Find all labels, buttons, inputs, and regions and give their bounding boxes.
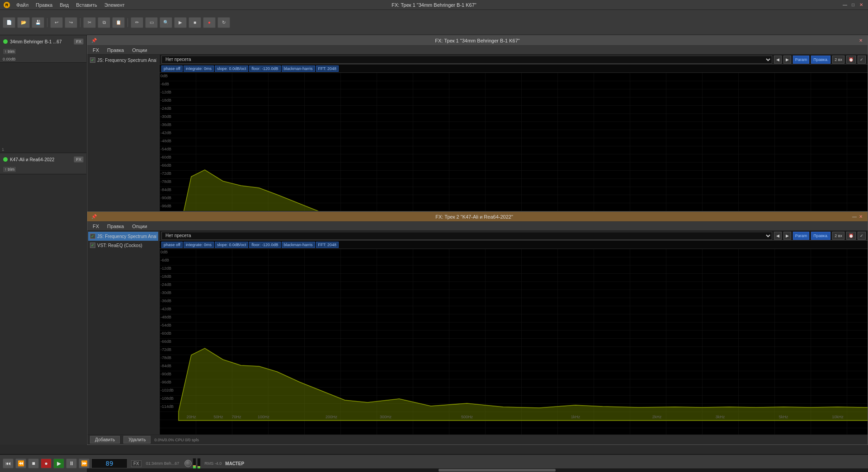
maximize-btn[interactable]: □ <box>850 2 856 8</box>
record-btn-toolbar[interactable]: ● <box>203 17 216 28</box>
param-btn-2[interactable]: Param <box>793 232 810 240</box>
minimize-btn[interactable]: — <box>842 2 848 8</box>
svg-text:-78dB: -78dB <box>160 179 171 184</box>
fx-menu-edit-1[interactable]: Правка <box>104 46 127 54</box>
clock-btn-2[interactable]: ⏰ <box>846 232 856 240</box>
cut-btn[interactable]: ✂ <box>83 17 96 28</box>
next-preset-btn-2[interactable]: ▶ <box>783 232 791 240</box>
fx-plugin-item-2-1[interactable]: ✓ JS: Frequency Spectrum Analyzer <box>88 232 158 241</box>
preset-dropdown-2[interactable]: Нет пресета <box>161 232 772 240</box>
daw-menu-file[interactable]: Файл <box>13 0 32 9</box>
track-fx-btn-2[interactable]: FX <box>74 156 84 163</box>
min-fx2-btn[interactable]: — <box>851 214 858 220</box>
copy-btn[interactable]: ⧉ <box>98 17 110 28</box>
main-scrollbar[interactable] <box>87 468 868 472</box>
fx-plugin-name-2-1: JS: Frequency Spectrum Analyzer <box>97 234 156 239</box>
fx-plugin-item-2-2[interactable]: ✓ VST: ReaEQ (Cockos) <box>88 241 158 250</box>
track-led-1[interactable] <box>3 39 8 44</box>
edit-btn-1[interactable]: Правка. <box>811 56 830 64</box>
stop-btn[interactable]: ■ <box>28 458 39 468</box>
main-layout: 34mm Behringer B-1 ...67 FX ↑ trim 0.00d… <box>0 35 868 445</box>
fft-param-2[interactable]: FFT: 2048 <box>316 242 339 248</box>
trim-btn-1[interactable]: ↑ trim <box>3 48 16 55</box>
close-btn[interactable]: ✕ <box>858 2 864 8</box>
record-btn[interactable]: ● <box>41 458 52 468</box>
check-btn-2[interactable]: ✓ <box>858 232 866 240</box>
integrate-param-1[interactable]: integrate: 0ms <box>184 65 214 72</box>
param-btn-1[interactable]: Param <box>793 56 810 64</box>
fx-menu-fx-2[interactable]: FX <box>89 222 103 230</box>
pin-icon-1[interactable]: 📌 <box>91 37 97 44</box>
pause-btn[interactable]: ⏸ <box>66 458 77 468</box>
scrollbar-thumb[interactable] <box>439 469 556 472</box>
fx-plugin-check-1-1[interactable]: ✓ <box>90 57 95 63</box>
fx-plugin-check-2-2[interactable]: ✓ <box>90 243 95 248</box>
fx-menu-opts-2[interactable]: Опции <box>128 222 151 230</box>
prev-preset-btn-1[interactable]: ◀ <box>774 56 782 64</box>
fx-menu-opts-1[interactable]: Опции <box>128 46 151 54</box>
stop-btn-toolbar[interactable]: ■ <box>189 17 201 28</box>
slope-param-1[interactable]: slope: 0.0dB/oct <box>215 65 249 72</box>
play-btn-toolbar[interactable]: ▶ <box>174 17 187 28</box>
slope-param-2[interactable]: slope: 0.0dB/oct <box>215 242 249 248</box>
master-knob[interactable] <box>184 460 192 467</box>
open-btn[interactable]: 📂 <box>17 17 30 28</box>
svg-text:70Hz: 70Hz <box>231 415 241 419</box>
svg-text:100Hz: 100Hz <box>258 415 270 419</box>
rewind-btn[interactable]: ⏪ <box>15 458 26 468</box>
pencil-btn[interactable]: ✏ <box>131 17 143 28</box>
svg-text:-108dB: -108dB <box>160 396 174 401</box>
skip-start-btn[interactable]: ⏮ <box>3 458 14 468</box>
del-btn-2[interactable]: Удалить <box>123 436 151 444</box>
add-btn-2[interactable]: Добавить <box>90 436 120 444</box>
edit-btn-2[interactable]: Правка. <box>811 232 830 240</box>
multi-btn-2[interactable]: 2 вх <box>832 232 844 240</box>
new-btn[interactable]: 📄 <box>3 17 15 28</box>
phase-param-2[interactable]: phase off <box>161 242 183 248</box>
check-btn-1[interactable]: ✓ <box>858 56 866 64</box>
fft-param-1[interactable]: FFT: 2048 <box>316 65 339 72</box>
fx-title-1: FX: Трек 1 "34mm Behringer B-1 K67" <box>97 38 858 43</box>
play-btn[interactable]: ▶ <box>53 458 64 468</box>
select-btn[interactable]: ▭ <box>145 17 158 28</box>
vu-meters <box>193 458 201 469</box>
redo-btn[interactable]: ↪ <box>65 17 77 28</box>
track-led-2[interactable] <box>3 157 8 162</box>
daw-menu-view[interactable]: Вид <box>56 0 72 9</box>
close-fx2-btn[interactable]: ✕ <box>858 214 864 220</box>
svg-text:-42dB: -42dB <box>160 131 171 135</box>
daw-menu-edit[interactable]: Правка <box>32 0 56 9</box>
floor-param-2[interactable]: floor: -120.0dB <box>249 242 280 248</box>
preset-dropdown-1[interactable]: Нет пресета <box>161 56 772 64</box>
clock-btn-1[interactable]: ⏰ <box>846 56 856 64</box>
fx-menu-fx-1[interactable]: FX <box>89 46 103 54</box>
track-fx-btn-1[interactable]: FX <box>74 38 84 45</box>
save-btn[interactable]: 💾 <box>32 17 44 28</box>
undo-btn[interactable]: ↩ <box>50 17 63 28</box>
fx-plugin-check-2-1[interactable]: ✓ <box>90 234 95 239</box>
paste-btn[interactable]: 📋 <box>112 17 125 28</box>
svg-text:-30dB: -30dB <box>160 290 171 295</box>
multi-btn-1[interactable]: 2 вх <box>832 56 844 64</box>
phase-param-1[interactable]: phase off <box>161 65 183 72</box>
prev-preset-btn-2[interactable]: ◀ <box>774 232 782 240</box>
svg-text:-30dB: -30dB <box>160 114 171 119</box>
fx-menu-edit-2[interactable]: Правка <box>104 222 127 230</box>
window-param-2[interactable]: blackman-harris <box>282 242 315 248</box>
close-fx1-btn[interactable]: ✕ <box>858 37 864 44</box>
window-param-1[interactable]: blackman-harris <box>282 65 315 72</box>
fx-mixer-btn[interactable]: FX <box>131 460 142 467</box>
integrate-param-2[interactable]: integrate: 0ms <box>184 242 214 248</box>
daw-menu-insert[interactable]: Вставить <box>72 0 101 9</box>
floor-param-1[interactable]: floor: -120.0dB <box>249 65 280 72</box>
pin-icon-2[interactable]: 📌 <box>91 214 97 220</box>
svg-text:10kHz: 10kHz <box>832 415 844 419</box>
fx-plugin-item-1-1[interactable]: ✓ JS: Frequency Spectrum Analyzer <box>88 56 158 65</box>
zoom-btn[interactable]: 🔍 <box>160 17 172 28</box>
next-preset-btn-1[interactable]: ▶ <box>783 56 791 64</box>
daw-menu-item[interactable]: Элемент <box>101 0 128 9</box>
trim-btn-2[interactable]: ↑ trim <box>3 166 16 173</box>
loop-btn[interactable]: ↻ <box>217 17 230 28</box>
svg-text:-72dB: -72dB <box>160 347 171 352</box>
forward-btn[interactable]: ⏩ <box>79 458 90 468</box>
